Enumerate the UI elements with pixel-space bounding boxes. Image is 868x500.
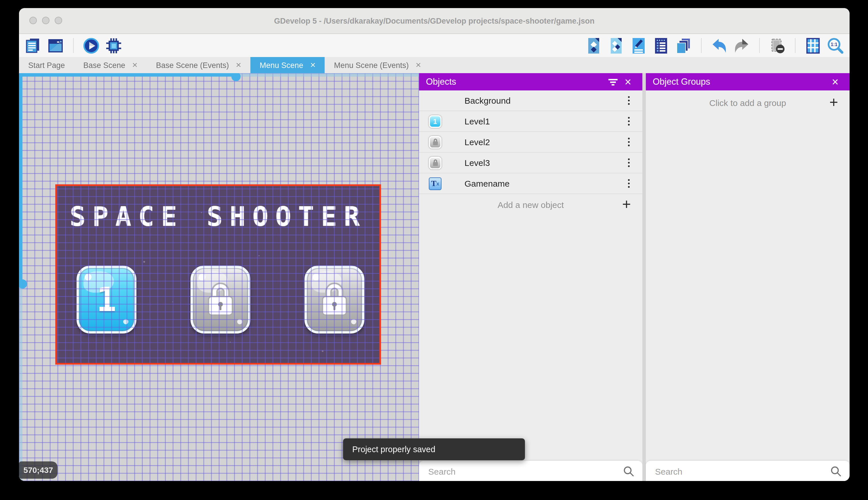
filter-icon[interactable] <box>606 76 621 88</box>
scene-editor-canvas[interactable]: SPACE SHOOTER 1 <box>19 73 419 481</box>
level2-button-instance[interactable] <box>190 265 250 333</box>
cursor-coordinates-badge: 570;437 <box>19 462 58 479</box>
objects-search-bar <box>419 461 642 481</box>
object-menu-icon[interactable] <box>628 96 630 105</box>
object-menu-icon[interactable] <box>628 158 630 167</box>
new-editor-window-icon[interactable] <box>47 37 64 54</box>
tab-menu-scene[interactable]: Menu Scene × <box>250 57 325 73</box>
undo-button[interactable] <box>711 37 728 54</box>
tab-base-scene[interactable]: Base Scene × <box>74 57 147 73</box>
panel-divider[interactable] <box>642 73 646 481</box>
lock-icon <box>319 282 350 317</box>
minimize-window-button[interactable] <box>42 17 49 24</box>
close-panel-icon[interactable]: × <box>621 76 635 88</box>
groups-panel-empty-area <box>646 115 849 461</box>
object-menu-icon[interactable] <box>628 138 630 147</box>
level2-thumbnail <box>429 136 442 148</box>
instances-list-icon[interactable] <box>653 37 669 54</box>
lock-icon <box>432 138 438 146</box>
objects-panel-title: Objects <box>426 77 606 87</box>
search-icon[interactable] <box>830 465 842 477</box>
redo-button[interactable] <box>733 37 750 54</box>
close-tab-icon[interactable]: × <box>310 60 316 70</box>
plus-icon: + <box>622 195 631 213</box>
objects-panel-icon[interactable] <box>585 37 602 54</box>
vertical-scrollbar-handle[interactable] <box>19 280 27 288</box>
add-new-object-button[interactable]: Add a new object + <box>419 194 642 215</box>
level1-number: 1 <box>96 280 117 319</box>
tab-start-page[interactable]: Start Page <box>19 57 74 73</box>
object-row-gamename[interactable]: Tx Gamename <box>419 173 642 194</box>
lock-icon <box>432 159 438 167</box>
close-tab-icon[interactable]: × <box>236 60 242 70</box>
groups-search-input[interactable] <box>654 466 830 477</box>
object-groups-panel-header: Object Groups × <box>646 73 849 90</box>
tab-menu-scene-events[interactable]: Menu Scene (Events) × <box>325 57 430 73</box>
objects-search-input[interactable] <box>427 466 623 477</box>
vertical-scrollbar-thumb[interactable] <box>19 73 22 284</box>
tab-base-scene-events[interactable]: Base Scene (Events) × <box>147 57 250 73</box>
grid-icon[interactable] <box>805 37 821 54</box>
object-row-level3[interactable]: Level3 <box>419 153 642 173</box>
svg-text:1:1: 1:1 <box>831 42 837 47</box>
toolbar-separator <box>795 38 796 53</box>
gdevelop-window: GDevelop 5 - /Users/dkarakay/Documents/G… <box>19 8 849 481</box>
zoom-reset-1-1-icon[interactable]: 1:1 <box>827 37 844 54</box>
tab-bar: Start Page Base Scene × Base Scene (Even… <box>19 57 849 73</box>
objects-panel-header: Objects × <box>419 73 642 90</box>
close-window-button[interactable] <box>30 17 37 24</box>
object-groups-panel: Object Groups × Click to add a group + <box>646 73 849 481</box>
level1-button-instance[interactable]: 1 <box>77 265 137 333</box>
traffic-lights <box>30 17 62 24</box>
scene-background-instance[interactable]: SPACE SHOOTER 1 <box>57 186 379 363</box>
horizontal-scrollbar-handle[interactable] <box>231 73 241 81</box>
scene-title-text[interactable]: SPACE SHOOTER <box>57 201 379 232</box>
project-manager-icon[interactable] <box>25 37 42 54</box>
plus-icon: + <box>830 94 838 112</box>
search-icon[interactable] <box>623 465 634 477</box>
lock-icon <box>205 282 236 317</box>
toolbar-separator <box>759 38 760 53</box>
titlebar: GDevelop 5 - /Users/dkarakay/Documents/G… <box>19 8 849 34</box>
object-row-level1[interactable]: 1 Level1 <box>419 111 642 132</box>
groups-search-bar <box>646 461 849 481</box>
object-row-background[interactable]: Background <box>419 90 642 111</box>
background-thumbnail <box>429 94 442 107</box>
gamename-thumbnail: Tx <box>429 177 442 190</box>
close-tab-icon[interactable]: × <box>132 60 138 70</box>
play-preview-button[interactable] <box>83 37 99 54</box>
save-toast: Project properly saved <box>343 439 525 460</box>
add-group-button[interactable]: Click to add a group + <box>646 90 849 115</box>
object-menu-icon[interactable] <box>628 179 630 188</box>
level3-thumbnail <box>429 156 442 169</box>
object-menu-icon[interactable] <box>628 117 630 126</box>
window-title: GDevelop 5 - /Users/dkarakay/Documents/G… <box>274 16 594 25</box>
debug-button[interactable] <box>105 37 122 54</box>
object-groups-panel-icon[interactable] <box>608 37 624 54</box>
toggle-instances-mask-icon[interactable] <box>769 37 786 54</box>
horizontal-scrollbar-thumb[interactable] <box>19 73 236 77</box>
object-groups-panel-title: Object Groups <box>653 77 828 87</box>
toolbar-separator <box>701 38 702 53</box>
close-panel-icon[interactable]: × <box>828 76 843 88</box>
level1-thumbnail: 1 <box>429 115 442 128</box>
zoom-window-button[interactable] <box>55 17 62 24</box>
objects-panel: Objects × Background <box>419 73 642 481</box>
toolbar: 1:1 <box>19 34 849 57</box>
object-row-level2[interactable]: Level2 <box>419 132 642 153</box>
toolbar-separator <box>73 38 74 53</box>
level3-button-instance[interactable] <box>305 265 364 333</box>
instance-properties-icon[interactable] <box>630 37 647 54</box>
objects-panel-empty-area <box>419 215 642 461</box>
close-tab-icon[interactable]: × <box>415 60 421 70</box>
layers-panel-icon[interactable] <box>675 37 692 54</box>
